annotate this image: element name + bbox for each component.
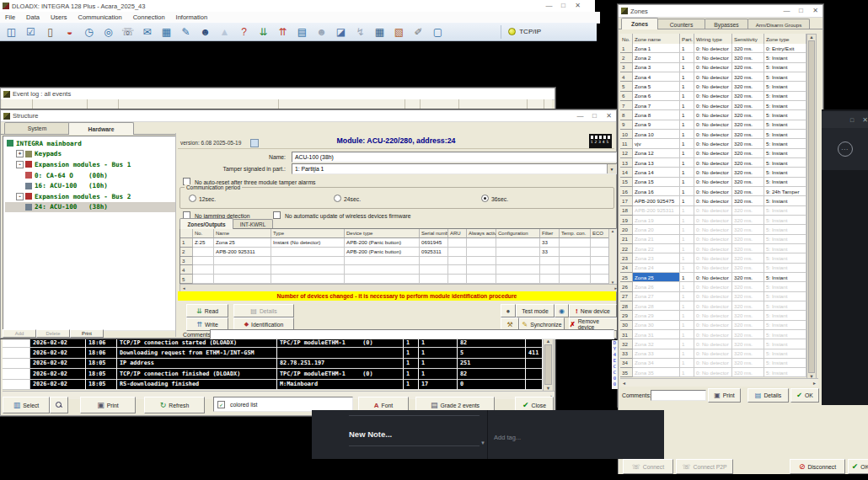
- print-button[interactable]: Print: [70, 329, 104, 338]
- minimize-icon[interactable]: —: [542, 0, 556, 11]
- firmware-checkbox[interactable]: No automatic update of wireless devices …: [273, 211, 411, 219]
- zone-row[interactable]: 17APB-200 92547510: No detector320 ms.5:…: [620, 196, 806, 205]
- scroll-up-icon[interactable]: ▲: [611, 229, 614, 233]
- tamper-partition-select[interactable]: 1: Partiţia 1 ▼: [292, 163, 617, 174]
- notepad-icon[interactable]: ▤: [292, 24, 312, 40]
- structure-icon[interactable]: ◫: [2, 24, 21, 40]
- module-comments-input[interactable]: [210, 329, 614, 339]
- zones-ok-button[interactable]: ✔ OK: [790, 388, 819, 403]
- maximize-icon[interactable]: □: [556, 0, 571, 11]
- tree-item[interactable]: 16: ACU-100 (10h): [5, 180, 175, 191]
- delete-button[interactable]: Delete: [36, 329, 70, 338]
- minimize-icon[interactable]: —: [780, 5, 794, 17]
- more-options-icon[interactable]: ⋯: [838, 141, 853, 157]
- maximize-icon[interactable]: □: [587, 110, 602, 121]
- menu-item-communication[interactable]: Communication: [78, 13, 122, 21]
- details-button[interactable]: ▤ Details: [233, 304, 294, 317]
- device-col-header[interactable]: Temp. con.: [560, 229, 591, 238]
- zone-row[interactable]: 30Zona 3010: No detector320 ms.5: Instan…: [620, 321, 806, 330]
- add-button[interactable]: Add: [3, 329, 36, 338]
- device-col-header[interactable]: [180, 229, 193, 238]
- event-log-row[interactable]: 2026-02-0218:05IP address82.78.251.19711…: [3, 359, 543, 369]
- globe-button[interactable]: ◉: [555, 304, 569, 317]
- ok-button-partial[interactable]: ✔ OK: [848, 459, 868, 474]
- close-icon[interactable]: ✕: [602, 110, 616, 121]
- zone-row[interactable]: 8Zona 810: No detector320 ms.5: Instant: [620, 110, 806, 120]
- device-row[interactable]: 1Z:25Zona 25Instant (No detector)APB-200…: [180, 238, 616, 248]
- scroll-right-icon[interactable]: ►: [812, 381, 817, 386]
- zone-row[interactable]: 33Zona 3310: No detector320 ms.5: Instan…: [620, 349, 806, 359]
- zone-row[interactable]: 13Zona 1310: No detector320 ms.5: Instan…: [620, 158, 806, 168]
- picture-icon[interactable]: ▧: [389, 24, 409, 40]
- wrench-icon[interactable]: ✐: [409, 24, 428, 40]
- zone-row[interactable]: 31Zona 3110: No detector320 ms.5: Instan…: [620, 330, 806, 339]
- expand-plus-icon[interactable]: +: [16, 150, 24, 157]
- tree-item[interactable]: +Keypads: [5, 149, 175, 160]
- test-mode-led-button[interactable]: ●: [501, 304, 516, 317]
- zone-row[interactable]: 29Zona 2910: No detector320 ms.5: Instan…: [620, 311, 806, 320]
- event-log-titlebar[interactable]: Event log : all events: [1, 88, 555, 100]
- zone-row[interactable]: 7Zona 710: No detector320 ms.5: Instant: [620, 101, 806, 110]
- zone-row[interactable]: 16Zona 1610: No detector320 ms.9: 24h Ta…: [620, 187, 806, 196]
- zone-row[interactable]: 4Zona 410: No detector320 ms.5: Instant: [620, 72, 806, 82]
- user-photo-icon[interactable]: ◪: [331, 24, 351, 40]
- zone-row[interactable]: 15Zona 1510: No detector320 ms.5: Instan…: [620, 178, 806, 187]
- zone-row[interactable]: 19Zona 1910: No detector320 ms.5: Instan…: [620, 216, 806, 225]
- zone-row[interactable]: 35Zona 3510: No detector320 ms.5: Instan…: [620, 368, 806, 377]
- users-icon[interactable]: ☻: [196, 24, 215, 40]
- comm-period-radio-12sec[interactable]: 12sec.: [189, 195, 216, 202]
- new-note-input[interactable]: New Note...: [349, 422, 480, 446]
- tab-system[interactable]: System: [4, 122, 70, 134]
- minimize-icon[interactable]: —: [573, 110, 587, 121]
- zone-row[interactable]: 6Zona 610: No detector320 ms.5: Instant: [620, 92, 806, 101]
- close-icon[interactable]: ✕: [571, 0, 585, 11]
- connect-button[interactable]: ☏ Connect: [623, 459, 673, 474]
- device-col-header[interactable]: Filter: [540, 229, 560, 238]
- write-data-monitor-icon[interactable]: ⇈: [273, 24, 292, 40]
- email-icon[interactable]: ✉: [137, 24, 157, 40]
- dark-window-titlebar[interactable]: □ ✕: [822, 111, 868, 128]
- comm-period-radio-24sec[interactable]: 24sec.: [334, 195, 361, 202]
- note-chevron-down-icon[interactable]: ▼: [480, 440, 485, 445]
- colored-list-checkbox[interactable]: ✓: [217, 401, 225, 408]
- zone-row[interactable]: 14Zona 1410: No detector320 ms.5: Instan…: [620, 168, 806, 177]
- device-row[interactable]: 3: [180, 257, 616, 266]
- zone-row[interactable]: 28Zona 2810: No detector320 ms.5: Instan…: [620, 301, 806, 311]
- close-icon[interactable]: ✕: [862, 116, 868, 124]
- zone-row[interactable]: 9Zona 910: No detector320 ms.5: Instant: [620, 120, 806, 130]
- device-row[interactable]: 4: [180, 265, 616, 275]
- event-log-row[interactable]: 2026-02-0218:05TCP/IP connection finishe…: [3, 369, 543, 379]
- device-col-header[interactable]: Type: [271, 229, 345, 238]
- structure-titlebar[interactable]: Structure — □ ✕: [1, 110, 616, 122]
- siren-icon[interactable]: ◒: [60, 24, 79, 40]
- monitor-question-icon[interactable]: ?: [234, 24, 254, 40]
- tree-item[interactable]: 0: CA-64 O (00h): [5, 170, 175, 181]
- new-device-button[interactable]: ! New device: [569, 304, 617, 317]
- zone-row[interactable]: 11vjv10: No detector320 ms.5: Instant: [620, 139, 806, 148]
- tab-hardware[interactable]: Hardware: [68, 122, 134, 135]
- zone-row[interactable]: 21Zona 2110: No detector320 ms.5: Instan…: [620, 235, 806, 244]
- zones-titlebar[interactable]: Zones — □ ✕: [619, 5, 822, 18]
- menu-item-users[interactable]: Users: [51, 13, 67, 21]
- zone-row[interactable]: 12Zona 1210: No detector320 ms.5: Instan…: [620, 149, 806, 158]
- zone-row[interactable]: 27Zona 2710: No detector320 ms.5: Instan…: [620, 292, 806, 301]
- event-log-row[interactable]: 2026-02-0218:05RS-downloading finishedM:…: [3, 380, 543, 390]
- disconnect-button[interactable]: ⊘ Disconnect: [790, 459, 845, 474]
- device-col-header[interactable]: Name: [214, 229, 271, 238]
- device-col-header[interactable]: ARU: [448, 229, 467, 238]
- zone-row[interactable]: 25Zona 2510: No detector320 ms.5: Instan…: [620, 273, 806, 282]
- menu-item-information[interactable]: Information: [176, 13, 208, 21]
- menu-item-file[interactable]: File: [5, 13, 15, 21]
- device-row[interactable]: 2APB-200 925311APB-200 (Panic button)092…: [180, 248, 616, 257]
- monitoring-icon[interactable]: ◎: [99, 24, 118, 40]
- zones-details-button[interactable]: ▤ Details: [747, 388, 789, 403]
- zone-row[interactable]: 2Zona 210: No detector320 ms.5: Instant: [620, 53, 806, 62]
- read-data-monitor-icon[interactable]: ⇊: [254, 24, 273, 40]
- zone-row[interactable]: 5Zona 510: No detector320 ms.5: Instant: [620, 82, 806, 91]
- zones-comments-input[interactable]: [651, 390, 706, 401]
- zone-row[interactable]: 32Zona 3210: No detector320 ms.5: Instan…: [620, 339, 806, 349]
- tree-item[interactable]: -Expansion modules - Bus 2: [5, 191, 175, 202]
- tree-item[interactable]: INTEGRA mainboard: [5, 138, 175, 149]
- add-tag-field[interactable]: Add tag...: [494, 434, 521, 441]
- maximize-icon[interactable]: □: [850, 117, 854, 123]
